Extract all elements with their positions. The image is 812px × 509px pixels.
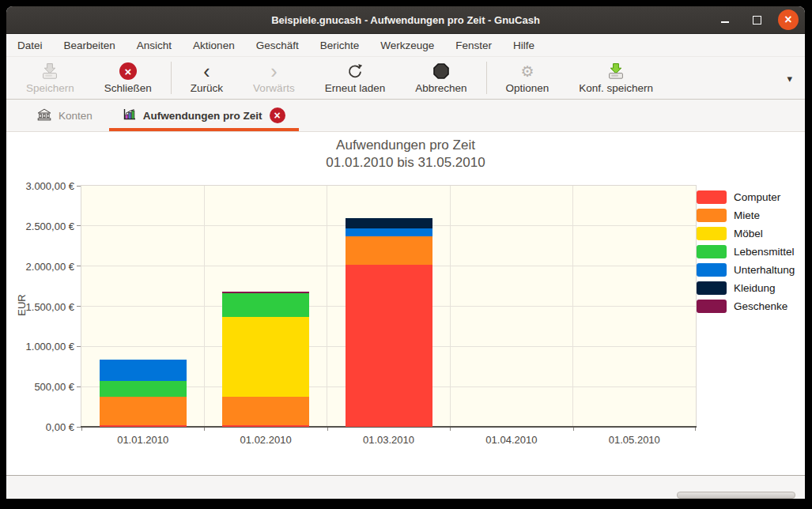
legend-label: Lebensmittel (734, 246, 795, 258)
toolbar-separator (171, 62, 172, 94)
y-axis-tick (77, 306, 81, 307)
bar-chart-icon (123, 108, 136, 123)
maximize-icon (753, 16, 761, 25)
bar-segment-lebensmittel-01-01-2010 (100, 381, 187, 397)
maximize-button[interactable] (746, 9, 767, 30)
window-title: Beispiele.gnucash - Aufwendungen pro Zei… (271, 14, 540, 26)
toolbar-button-erneut-laden[interactable]: Erneut laden (310, 57, 401, 99)
tab-aufwendungen-pro-zeit[interactable]: Aufwendungen pro Zeit× (108, 100, 300, 131)
x-tick-label: 01.03.2010 (363, 434, 414, 446)
toolbar-button-vorwarts: ›Vorwärts (238, 57, 310, 99)
bar-segment-computer-01-01-2010 (100, 425, 187, 427)
close-window-button[interactable]: × (778, 9, 799, 30)
legend-swatch-unterhaltung (697, 263, 727, 277)
bar-segment-unterhaltung-01-01-2010 (100, 360, 187, 381)
menu-fenster[interactable]: Fenster (455, 40, 492, 51)
bar-segment-miete-01-03-2010 (346, 236, 432, 265)
save-config-icon (606, 62, 625, 81)
plot-area: 0,00 €500,00 €1.000,00 €1.500,00 €2.000,… (81, 185, 697, 428)
tab-konten[interactable]: Konten (22, 100, 108, 131)
chart-title: Aufwendungen pro Zeit (6, 138, 805, 153)
bar-segment-kleidung-01-03-2010 (346, 218, 432, 228)
legend-item-unterhaltung: Unterhaltung (697, 261, 795, 279)
y-tick-label: 2.000,00 € (6, 260, 74, 272)
forward-arrow-icon: › (270, 62, 277, 81)
toolbar-button-konf-speichern[interactable]: Konf. speichern (564, 57, 668, 99)
toolbar-separator (486, 62, 487, 94)
toolbar-button-schliessen[interactable]: ×Schließen (89, 57, 167, 99)
gear-icon: ⚙ (520, 62, 534, 81)
menu-aktionen[interactable]: Aktionen (193, 40, 235, 51)
legend-item-mobel: Möbel (697, 224, 795, 243)
save-icon (40, 62, 59, 81)
bar-segment-mobel-01-02-2010 (222, 317, 309, 397)
toolbar-button-label: Konf. speichern (579, 82, 653, 94)
back-arrow-icon: ‹ (203, 62, 210, 81)
legend-label: Kleidung (734, 282, 776, 294)
toolbar-overflow-caret[interactable]: ▾ (784, 69, 795, 87)
bar-segment-geschenke-01-02-2010 (222, 292, 309, 293)
legend-swatch-mobel (697, 227, 727, 240)
y-axis-tick (77, 386, 81, 387)
y-tick-label: 0,00 € (6, 421, 74, 433)
bank-icon (37, 108, 51, 123)
stop-icon (432, 62, 451, 81)
gridline-x (450, 186, 451, 427)
y-tick-label: 1.500,00 € (6, 300, 74, 312)
toolbar-button-speichern: Speichern (11, 57, 89, 99)
menu-ansicht[interactable]: Ansicht (137, 40, 172, 51)
toolbar-button-label: Speichern (26, 82, 74, 94)
x-tick-label: 01.01.2010 (117, 434, 168, 446)
bar-segment-computer-01-03-2010 (346, 265, 432, 427)
window-controls: × (715, 6, 799, 33)
legend-item-miete: Miete (697, 206, 795, 224)
legend-swatch-geschenke (697, 300, 727, 313)
tab-label: Konten (59, 110, 93, 122)
minimize-button[interactable] (715, 9, 735, 30)
menu-bearbeiten[interactable]: Bearbeiten (64, 40, 115, 51)
menu-berichte[interactable]: Berichte (320, 40, 360, 51)
bar-segment-lebensmittel-01-02-2010 (222, 293, 309, 317)
menu-geschaft[interactable]: Geschäft (256, 40, 299, 51)
tabbar: KontenAufwendungen pro Zeit× (6, 100, 805, 132)
y-tick-label: 2.500,00 € (6, 220, 74, 232)
toolbar-button-label: Optionen (506, 82, 550, 94)
titlebar[interactable]: Beispiele.gnucash - Aufwendungen pro Zei… (6, 6, 805, 34)
legend-label: Miete (734, 209, 760, 221)
toolbar: ▾ Speichern×Schließen‹Zurück›VorwärtsErn… (6, 57, 805, 100)
bar-segment-unterhaltung-01-03-2010 (346, 228, 432, 236)
toolbar-button-label: Abbrechen (415, 82, 466, 94)
minimize-icon (721, 21, 729, 23)
gridline-x (327, 186, 327, 427)
y-tick-label: 3.000,00 € (6, 180, 74, 192)
legend-item-computer: Computer (697, 188, 795, 206)
gnucash-window: Beispiele.gnucash - Aufwendungen pro Zei… (6, 6, 805, 499)
bar-segment-computer-01-02-2010 (222, 425, 309, 427)
gridline-x (572, 186, 573, 427)
legend-swatch-kleidung (697, 281, 727, 295)
y-tick-label: 1.000,00 € (6, 341, 74, 353)
gridline-x (204, 186, 205, 427)
toolbar-button-optionen[interactable]: ⚙Optionen (491, 57, 565, 99)
x-tick-label: 01.02.2010 (240, 434, 292, 446)
toolbar-button-abbrechen[interactable]: Abbrechen (400, 57, 482, 99)
x-tick-label: 01.05.2010 (609, 434, 660, 446)
legend-item-lebensmittel: Lebensmittel (697, 243, 795, 261)
close-tab-button[interactable]: × (270, 107, 285, 123)
menu-werkzeuge[interactable]: Werkzeuge (380, 40, 434, 51)
y-axis-tick (77, 266, 81, 266)
y-axis-tick (77, 225, 81, 226)
toolbar-button-label: Erneut laden (325, 82, 386, 94)
y-axis-tick (77, 186, 81, 187)
bar-segment-miete-01-01-2010 (100, 397, 187, 425)
chart-legend: ComputerMieteMöbelLebensmittelUnterhaltu… (697, 188, 795, 315)
legend-swatch-computer (697, 190, 727, 204)
toolbar-button-zuruck[interactable]: ‹Zurück (176, 57, 238, 99)
reload-icon (346, 62, 364, 81)
menu-datei[interactable]: Datei (17, 40, 43, 51)
tab-label: Aufwendungen pro Zeit (143, 110, 262, 122)
horizontal-scrollbar[interactable] (677, 492, 795, 499)
toolbar-button-label: Vorwärts (253, 82, 295, 94)
statusbar (6, 476, 805, 499)
menu-hilfe[interactable]: Hilfe (513, 40, 534, 51)
